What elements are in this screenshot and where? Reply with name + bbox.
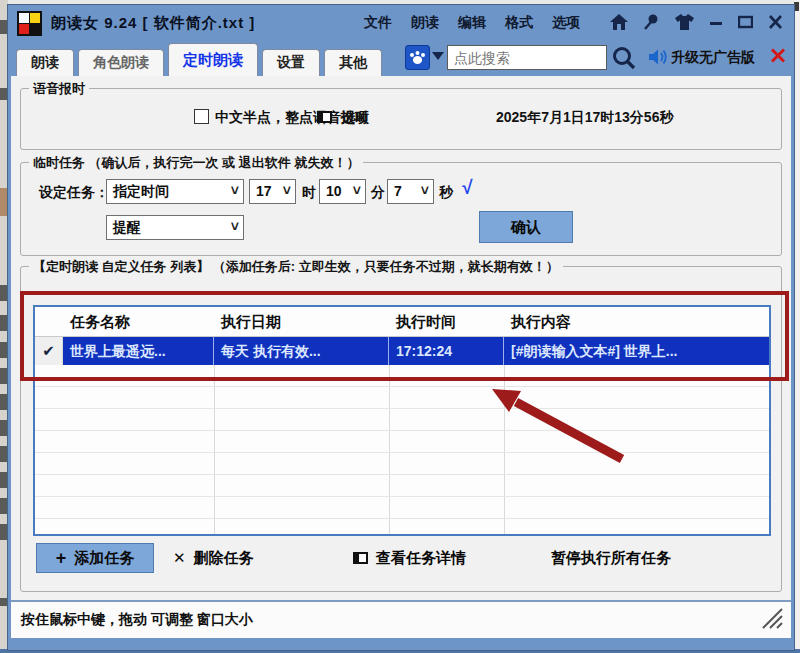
tab-read[interactable]: 朗读 [16, 49, 74, 76]
options-window-icon[interactable] [317, 111, 332, 123]
upgrade-ad-free-link[interactable]: 升级无广告版 [671, 49, 755, 67]
detail-window-icon [353, 552, 368, 564]
tab-timed-read[interactable]: 定时朗读 [168, 43, 258, 76]
background-glyph-fragment [0, 285, 8, 301]
empty-row [35, 409, 769, 431]
task-table[interactable]: 任务名称 执行日期 执行时间 执行内容 ✔ 世界上最遥远... 每天 执行有效.… [33, 305, 771, 536]
confirm-button[interactable]: 确认 [479, 211, 573, 243]
action-select[interactable]: 提醒 [106, 215, 244, 240]
task-type-select[interactable]: 指定时间 [106, 179, 244, 204]
paw-app-icon[interactable] [405, 45, 430, 70]
voice-time-legend: 语音报时 [29, 80, 89, 98]
background-glyph-fragment [0, 368, 8, 384]
minimize-icon[interactable] [709, 15, 723, 29]
menu-file[interactable]: 文件 [364, 14, 392, 32]
col-exec-content: 执行内容 [504, 307, 769, 336]
resize-grip[interactable] [759, 607, 783, 633]
minute-select[interactable]: 10 [319, 179, 366, 204]
menu-edit[interactable]: 编辑 [458, 14, 486, 32]
app-window: 朗读女 9.24 [ 软件简介.txt ] 文件 朗读 编辑 格式 选项 [8, 5, 794, 650]
second-select[interactable]: 7 [387, 179, 434, 204]
tab-other[interactable]: 其他 [324, 49, 382, 76]
empty-row [35, 365, 769, 387]
speaker-icon[interactable] [648, 47, 668, 71]
temp-task-legend: 临时任务 （确认后，执行完一次 或 退出软件 就失效！） [29, 154, 363, 172]
home-icon[interactable] [610, 14, 628, 30]
cell-task-name: 世界上最遥远... [63, 337, 214, 365]
background-window-sliver-left [0, 0, 8, 653]
close-icon[interactable] [768, 15, 783, 29]
background-glyph-fragment [0, 342, 8, 358]
pin-icon[interactable] [643, 13, 660, 30]
tab-settings[interactable]: 设置 [262, 49, 320, 76]
minute-unit-label: 分 [371, 184, 385, 202]
table-row[interactable]: ✔ 世界上最遥远... 每天 执行有效... 17:12:24 [#朗读输入文本… [35, 337, 769, 365]
background-glyph-fragment [794, 2, 799, 11]
add-task-button[interactable]: + 添加任务 [36, 543, 154, 573]
empty-row [35, 453, 769, 475]
dropdown-caret-icon[interactable] [432, 52, 444, 60]
close-red-icon[interactable] [770, 48, 786, 67]
skin-icon[interactable] [675, 14, 694, 30]
statusbar: 按住鼠标中键，拖动 可调整 窗口大小 [11, 600, 791, 638]
maximize-icon[interactable] [738, 15, 753, 29]
window-title: 朗读女 9.24 [ 软件简介.txt ] [51, 14, 255, 33]
menu-options[interactable]: 选项 [552, 14, 580, 32]
background-glyph-fragment [0, 88, 8, 100]
plus-icon: + [56, 548, 67, 569]
background-glyph-fragment [0, 394, 8, 410]
row-check-icon: ✔ [35, 337, 63, 365]
background-glyph-fragment [0, 446, 8, 462]
empty-row [35, 387, 769, 409]
magnifier-icon[interactable] [611, 45, 637, 75]
current-datetime: 2025年7月1日17时13分56秒 [496, 109, 673, 127]
col-exec-date: 执行日期 [214, 307, 389, 336]
menu-read[interactable]: 朗读 [411, 14, 439, 32]
second-unit-label: 秒 [439, 184, 453, 202]
hour-unit-label: 时 [302, 184, 316, 202]
background-glyph-fragment [0, 498, 8, 514]
temp-task-group: 临时任务 （确认后，执行完一次 或 退出软件 就失效！） 设定任务： 指定时间 … [20, 162, 782, 256]
set-task-label: 设定任务： [39, 184, 109, 202]
empty-row [35, 475, 769, 497]
background-window-sliver-right [794, 0, 800, 653]
task-list-legend: 【定时朗读 自定义任务 列表】 （添加任务后: 立即生效，只要任务不过期，就长期… [29, 258, 563, 276]
background-glyph-fragment [0, 598, 8, 606]
voice-time-checkbox[interactable] [194, 109, 209, 124]
tabbar: 朗读 角色朗读 定时朗读 设置 其他 升级无广告版 [11, 40, 791, 76]
menubar: 文件 朗读 编辑 格式 选项 [364, 14, 580, 32]
cell-exec-content: [#朗读输入文本#] 世界上... [504, 337, 769, 365]
cell-exec-time: 17:12:24 [389, 337, 504, 365]
voice-time-options-button[interactable]: 选项 [341, 109, 369, 127]
hour-select[interactable]: 17 [249, 179, 296, 204]
blue-check-icon: √ [461, 177, 471, 199]
table-header: 任务名称 执行日期 执行时间 执行内容 [35, 307, 769, 337]
empty-row [35, 519, 769, 536]
view-task-detail-button[interactable]: 查看任务详情 [353, 543, 466, 573]
background-glyph-fragment [0, 420, 8, 436]
cell-exec-date: 每天 执行有效... [214, 337, 389, 365]
background-glyph-fragment [0, 524, 8, 540]
background-glyph-fragment [0, 315, 8, 331]
col-task-name: 任务名称 [63, 307, 214, 336]
background-glyph-fragment [0, 20, 8, 34]
background-glyph-fragment [0, 472, 8, 488]
voice-time-group: 语音报时 中文半点，整点语音报时 选项 2025年7月1日17时13分56秒 [20, 88, 782, 150]
x-icon: ✕ [173, 549, 186, 567]
background-photo-fragment [0, 188, 8, 216]
app-logo-icon [17, 11, 42, 36]
titlebar: 朗读女 9.24 [ 软件简介.txt ] 文件 朗读 编辑 格式 选项 [11, 8, 791, 40]
task-list-group: 【定时朗读 自定义任务 列表】 （添加任务后: 立即生效，只要任务不过期，就长期… [20, 266, 782, 592]
col-exec-time: 执行时间 [389, 307, 504, 336]
tab-role-read[interactable]: 角色朗读 [78, 49, 164, 76]
empty-row [35, 497, 769, 519]
delete-task-button[interactable]: ✕ 删除任务 [173, 543, 254, 573]
search-input[interactable] [447, 45, 607, 70]
status-text: 按住鼠标中键，拖动 可调整 窗口大小 [21, 611, 253, 629]
pause-all-tasks-button[interactable]: 暂停执行所有任务 [551, 543, 671, 573]
empty-row [35, 431, 769, 453]
menu-format[interactable]: 格式 [505, 14, 533, 32]
